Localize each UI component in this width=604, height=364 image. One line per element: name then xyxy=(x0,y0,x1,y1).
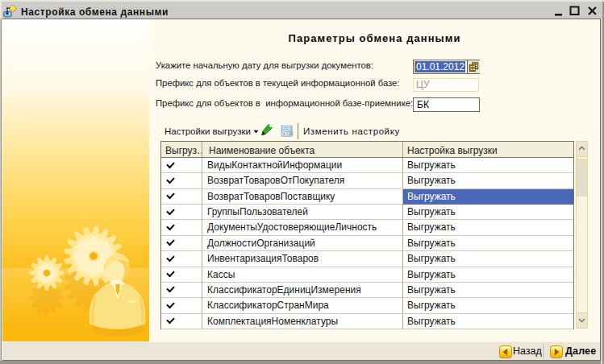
svg-text:ОК: ОК xyxy=(286,130,294,136)
